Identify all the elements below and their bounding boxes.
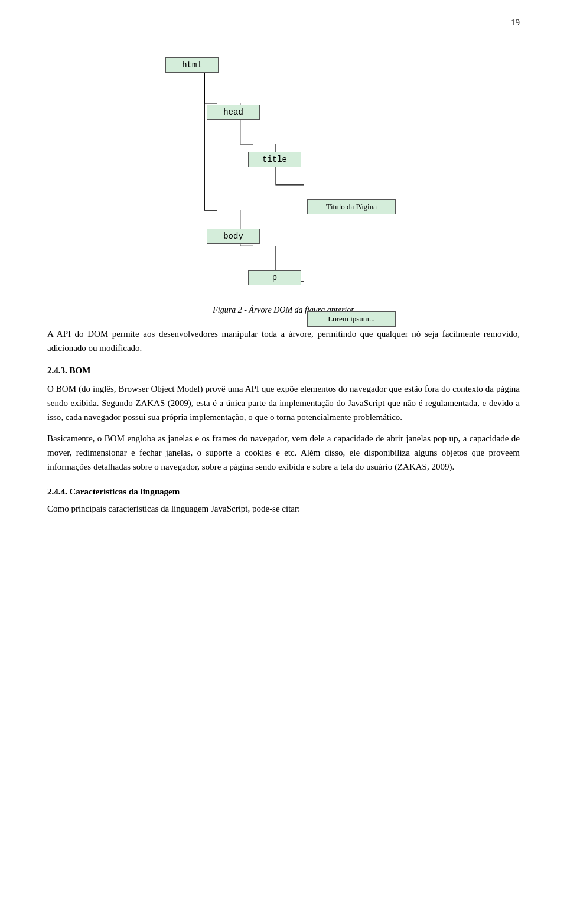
node-p: p (248, 270, 301, 285)
page-number: 19 (47, 18, 520, 28)
node-html: html (165, 57, 219, 73)
figure-caption: Figura 2 - Árvore DOM da figura anterior (47, 305, 520, 315)
node-lorem: Lorem ipsum... (307, 311, 396, 327)
dom-tree-diagram: html head title Título da Página body p … (118, 40, 449, 300)
section-2-4-3-heading: 2.4.3. BOM (47, 366, 520, 376)
node-title: title (248, 152, 301, 167)
section-2-4-4-intro: Como principais características da lingu… (47, 502, 520, 516)
bom-paragraph-2: Basicamente, o BOM engloba as janelas e … (47, 431, 520, 474)
diagram-connectors (118, 40, 449, 300)
intro-paragraph: A API do DOM permite aos desenvolvedores… (47, 327, 520, 355)
section-2-4-4-heading: 2.4.4. Características da linguagem (47, 487, 520, 497)
node-head: head (207, 105, 260, 120)
bom-paragraph-1: O BOM (do inglês, Browser Object Model) … (47, 382, 520, 424)
diagram-container: html head title Título da Página body p … (47, 40, 520, 300)
node-titulo: Título da Página (307, 199, 396, 214)
node-body: body (207, 229, 260, 244)
